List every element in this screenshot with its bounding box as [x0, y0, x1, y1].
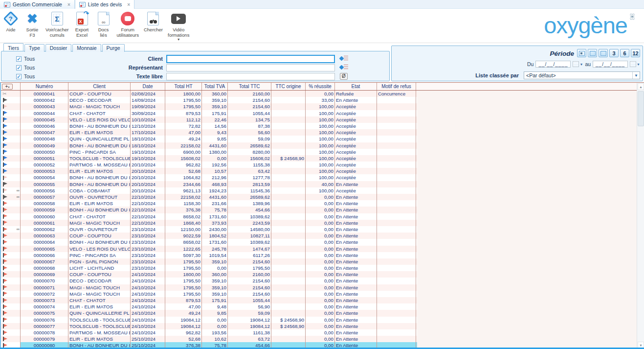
toolbar-buttons: ?Aide✖Sortie F3ΣVoir/cacher cumuls↷XExpo…	[0, 9, 192, 43]
toolbar-button-docs[interactable]: ∞Docs liés	[93, 9, 114, 43]
cell-motif	[377, 174, 416, 181]
cell-motif	[377, 181, 416, 187]
cell-tva: 2430,00	[202, 226, 228, 233]
tous-checkbox[interactable]: ✓Tous	[16, 73, 70, 79]
filter-tab-type[interactable]: Type	[24, 44, 44, 52]
cell-motif	[377, 310, 416, 316]
lookup-list-button[interactable]	[340, 65, 348, 70]
lookup-list-button[interactable]	[340, 56, 348, 62]
cell-pct: 40,00	[306, 181, 335, 187]
date-range-row: Du __/__/____ ▼ au __/__/____ ▼	[527, 61, 640, 68]
toolbar-button-forum[interactable]: Forum utilisateurs	[114, 9, 141, 43]
cell-pct: 0,00	[306, 310, 335, 316]
cell-client: OUVR - OUVRETOUT	[68, 226, 131, 233]
cell-ttc: 2154,60	[228, 103, 271, 110]
cell-orig	[271, 91, 306, 97]
texte-libre-input[interactable]	[166, 73, 335, 80]
periode-button-day[interactable]	[577, 49, 586, 57]
date-from-field[interactable]: __/__/____	[535, 61, 571, 68]
row-status-cell	[1, 155, 21, 162]
cell-pct: 100,00	[306, 155, 335, 162]
scroll-up-button[interactable]: ▲	[638, 83, 644, 90]
filter-tab-dossier[interactable]: Dossier	[45, 44, 72, 52]
toolbar-button-label: Docs liés	[98, 27, 109, 38]
filter-tab-purge[interactable]: Purge	[102, 44, 125, 52]
flag-salmon-icon	[2, 240, 8, 244]
filter-tab-monnaie[interactable]: Monnaie	[72, 44, 101, 52]
periode-title: Période	[550, 50, 574, 57]
cell-client: COBA - COBAMAT	[68, 187, 131, 194]
cell-date: 20/10/2024	[131, 162, 165, 168]
cell-pct: 100,00	[306, 123, 335, 129]
cell-orig	[271, 252, 306, 258]
column-header-pct[interactable]: % réussite	[306, 83, 335, 90]
column-chooser-button[interactable]: +▾	[2, 84, 13, 90]
cell-tva: 359,10	[202, 284, 228, 291]
close-icon[interactable]: ×	[127, 2, 130, 7]
scroll-thumb[interactable]	[638, 91, 644, 126]
column-header-orig[interactable]: TTC origine	[271, 83, 306, 90]
column-header-ht[interactable]: Total HT	[165, 83, 202, 90]
cell-tva: 359,10	[202, 278, 228, 284]
scissors-icon: ✂	[2, 92, 6, 96]
cell-num: 00000072	[21, 291, 68, 297]
cell-num: 00000070	[21, 278, 68, 284]
toolbar-button-chercher[interactable]: Chercher	[141, 9, 165, 43]
clear-null-button[interactable]: Ø	[340, 73, 348, 80]
calendar-icon	[573, 61, 579, 67]
cell-client: COUP - COUPTOU	[68, 91, 131, 97]
row-status-cell	[1, 258, 21, 265]
cell-date: 24/10/2024	[131, 271, 165, 278]
filter-tab-tiers[interactable]: Tiers	[3, 43, 23, 51]
periode-button-12[interactable]: 12	[631, 49, 640, 57]
toolbar-button-vid-o[interactable]: Vidéo formations▼	[165, 9, 192, 43]
column-header-ttc[interactable]: Total TTC	[228, 83, 271, 90]
date-to-calendar-button[interactable]: ▼	[630, 61, 640, 67]
video-icon	[171, 10, 186, 27]
cell-ht: 1158,30	[165, 200, 202, 207]
cell-ht: 1795,50	[165, 265, 202, 271]
cell-tva: 14,56	[202, 123, 228, 129]
column-header-tva[interactable]: Total TVA	[202, 83, 228, 90]
cell-ttc: 2154,60	[228, 278, 271, 284]
toolbar-button-aide[interactable]: ?Aide	[0, 9, 22, 43]
tous-checkbox[interactable]: ✓Tous	[16, 56, 70, 62]
toolbar-button-export[interactable]: ↷XExport Excel	[71, 9, 93, 43]
cell-client: PINC - PINCARDI SA	[68, 252, 131, 258]
row-status-cell	[1, 162, 21, 168]
cell-tva: 9,85	[202, 136, 228, 142]
toolbar-button-voir-cacher[interactable]: ΣVoir/cacher cumuls	[43, 9, 71, 43]
cell-motif	[377, 123, 416, 129]
cell-tva: 1380,00	[202, 149, 228, 155]
window-tab-liste-des-devis[interactable]: Liste des devis×	[75, 0, 134, 9]
window-tab-gestion-commerciale[interactable]: Gestion Commerciale×	[0, 0, 75, 9]
client-input[interactable]	[166, 55, 335, 63]
cell-ht: 2344,66	[165, 181, 202, 187]
row-status-cell	[1, 310, 21, 316]
cell-ttc: 56,60	[228, 129, 271, 136]
column-header-motif[interactable]: Motif de refus	[377, 83, 416, 90]
flag-salmon-icon	[2, 330, 8, 335]
column-header-num[interactable]: Numéro	[21, 83, 68, 90]
représentant-input[interactable]	[166, 64, 335, 71]
close-icon[interactable]: ×	[67, 2, 70, 7]
column-header-client[interactable]: Client	[68, 83, 131, 90]
cell-ttc: 1389,96	[228, 200, 271, 207]
link-icon: ∞	[17, 194, 19, 200]
toolbar-button-label: Sortie F3	[26, 27, 39, 38]
tous-checkbox[interactable]: ✓Tous	[16, 65, 70, 70]
periode-button-3[interactable]: 3	[609, 49, 619, 57]
toolbar-button-sortie[interactable]: ✖Sortie F3	[22, 9, 43, 43]
date-from-calendar-button[interactable]: ▼	[573, 61, 583, 67]
periode-button-week[interactable]	[588, 49, 597, 57]
column-header-etat[interactable]: Etat	[335, 83, 377, 90]
column-header-date[interactable]: Date	[131, 83, 165, 90]
grid-empty-area	[417, 91, 637, 349]
calendar-week-icon	[590, 51, 596, 56]
periode-button-6[interactable]: 6	[620, 49, 629, 57]
sort-combobox[interactable]: <Par défaut> ▼	[524, 71, 640, 79]
date-to-field[interactable]: __/__/____	[593, 61, 628, 68]
cell-tva: 0,00	[202, 323, 228, 329]
periode-button-month[interactable]	[599, 49, 608, 57]
vertical-scrollbar[interactable]: ▲ ▼	[637, 83, 644, 349]
